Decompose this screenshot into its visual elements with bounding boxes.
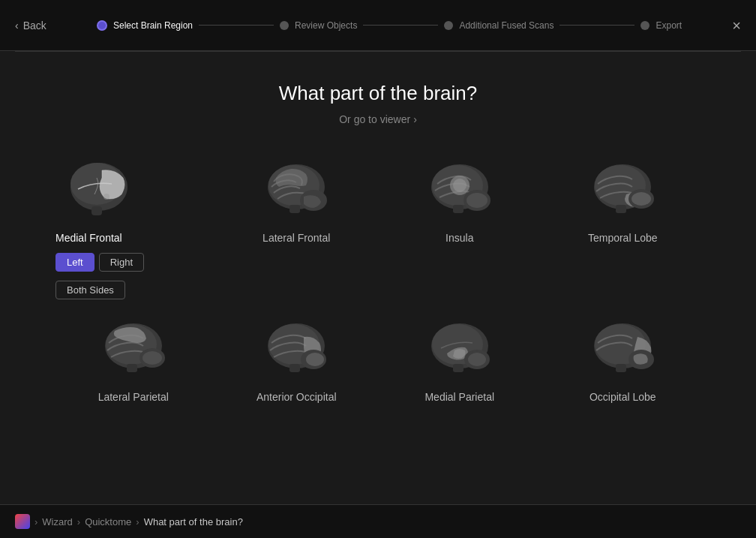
region-label-medial-frontal: Medial Frontal: [56, 232, 122, 244]
svg-point-12: [453, 179, 466, 192]
breadcrumb-sep-3: ›: [136, 516, 139, 527]
brain-icon-lateral-frontal: [255, 155, 338, 223]
brain-icon-medial-frontal: [56, 155, 138, 223]
region-medial-parietal[interactable]: Medial Parietal: [382, 314, 538, 403]
regions-grid: Medial Frontal Left Right Both Sides: [40, 155, 716, 403]
svg-rect-27: [290, 364, 300, 372]
svg-rect-10: [453, 205, 464, 213]
brain-icon-temporal-lobe: [581, 155, 664, 223]
step-1-dot: [97, 20, 107, 31]
region-label-medial-parietal: Medial Parietal: [424, 391, 494, 403]
viewer-link[interactable]: Or go to viewer ›: [339, 113, 417, 125]
region-temporal-lobe[interactable]: Temporal Lobe: [545, 155, 701, 299]
top-bar: ‹ Back Select Brain Region Review Object…: [0, 0, 756, 51]
step-2-label: Review Objects: [295, 20, 357, 31]
both-sides-button[interactable]: Both Sides: [56, 281, 125, 299]
side-buttons-medial-frontal: Left Right: [56, 253, 144, 272]
viewer-link-chevron: ›: [413, 113, 417, 125]
step-line-2: [363, 25, 438, 26]
region-label-anterior-occipital: Anterior Occipital: [256, 391, 337, 403]
close-button[interactable]: ×: [732, 18, 741, 33]
region-label-lateral-parietal: Lateral Parietal: [98, 391, 169, 403]
brain-svg-lateral-frontal: [255, 155, 338, 223]
svg-rect-2: [92, 206, 102, 215]
brain-svg-insula: [418, 155, 501, 223]
svg-point-3: [104, 194, 110, 200]
step-2: Review Objects: [280, 20, 357, 31]
breadcrumb-sep-1: ›: [34, 516, 38, 527]
step-3-label: Additional Fused Scans: [459, 20, 554, 31]
brain-icon-insula: [418, 155, 501, 223]
step-4-label: Export: [656, 20, 682, 31]
wizard-steps: Select Brain Region Review Objects Addit…: [46, 20, 733, 31]
svg-point-29: [306, 353, 324, 366]
right-button[interactable]: Right: [99, 253, 144, 272]
breadcrumb-sep-2: ›: [77, 516, 80, 527]
brain-svg-occipital-lobe: [581, 314, 664, 382]
brain-icon-medial-parietal: [418, 314, 501, 382]
brain-svg-medial-parietal: [418, 314, 501, 382]
svg-point-19: [632, 192, 651, 206]
svg-rect-22: [127, 364, 137, 372]
brain-svg-temporal-lobe: [581, 155, 664, 223]
breadcrumb-current: What part of the brain?: [144, 516, 243, 527]
page-title: What part of the brain?: [15, 82, 741, 105]
breadcrumb-quicktome[interactable]: Quicktome: [85, 516, 131, 527]
region-label-occipital-lobe: Occipital Lobe: [590, 391, 656, 403]
brain-icon-lateral-parietal: [92, 314, 175, 382]
brain-icon-anterior-occipital: [255, 314, 338, 382]
region-occipital-lobe[interactable]: Occipital Lobe: [545, 314, 701, 403]
main-content: What part of the brain? Or go to viewer …: [0, 52, 756, 418]
brain-svg-medial-frontal: [56, 155, 138, 223]
breadcrumb-bar: › Wizard › Quicktome › What part of the …: [0, 504, 756, 538]
svg-rect-32: [453, 364, 464, 372]
region-label-insula: Insula: [446, 232, 473, 244]
svg-rect-6: [290, 205, 300, 213]
region-lateral-frontal[interactable]: Lateral Frontal: [219, 155, 375, 299]
back-button[interactable]: ‹ Back: [15, 20, 46, 32]
svg-point-34: [468, 353, 486, 366]
step-3-dot: [444, 21, 453, 30]
step-1: Select Brain Region: [97, 20, 193, 31]
region-label-temporal-lobe: Temporal Lobe: [588, 232, 658, 244]
region-lateral-parietal[interactable]: Lateral Parietal: [56, 314, 212, 403]
region-insula[interactable]: Insula: [382, 155, 538, 299]
step-3: Additional Fused Scans: [444, 20, 554, 31]
region-medial-frontal[interactable]: Medial Frontal Left Right Both Sides: [56, 155, 212, 299]
brain-icon-occipital-lobe: [581, 314, 664, 382]
brain-svg-anterior-occipital: [255, 314, 338, 382]
svg-rect-17: [616, 205, 626, 213]
step-4: Export: [640, 20, 682, 31]
step-2-dot: [280, 21, 289, 30]
region-anterior-occipital[interactable]: Anterior Occipital: [219, 314, 375, 403]
svg-point-24: [142, 351, 162, 365]
step-line-1: [199, 25, 274, 26]
breadcrumb-wizard[interactable]: Wizard: [42, 516, 72, 527]
viewer-link-text: Or go to viewer: [339, 113, 410, 125]
back-label: Back: [23, 20, 46, 32]
step-1-label: Select Brain Region: [113, 20, 193, 31]
left-button[interactable]: Left: [56, 253, 94, 272]
back-chevron-icon: ‹: [15, 20, 19, 32]
app-logo: [15, 514, 30, 529]
svg-point-14: [466, 193, 488, 208]
step-line-3: [560, 25, 634, 26]
brain-svg-lateral-parietal: [92, 314, 175, 382]
step-4-dot: [640, 21, 650, 30]
svg-rect-37: [616, 364, 626, 372]
region-label-lateral-frontal: Lateral Frontal: [262, 232, 330, 244]
